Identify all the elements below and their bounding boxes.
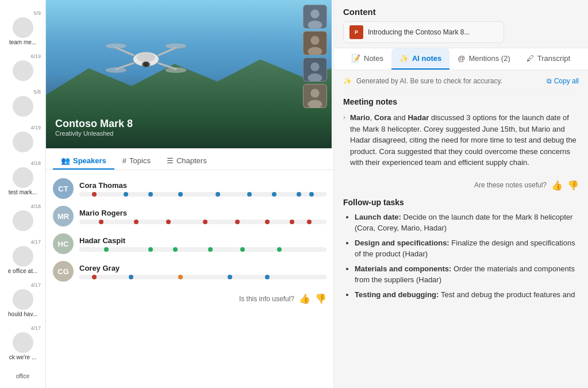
task-label: Materials and components: (355, 264, 454, 273)
speaker-item: HCHadar Caspit (46, 230, 333, 258)
sidebar-item-dot (13, 60, 33, 81)
avatar-2 (303, 31, 327, 55)
sidebar-item-3[interactable]: 4/19 (0, 121, 45, 156)
timeline-dot (277, 247, 282, 252)
video-main-title: Contoso Mark 8 (55, 118, 133, 130)
svg-line-3 (159, 48, 176, 55)
timeline-dot (104, 247, 109, 252)
svg-point-19 (310, 63, 319, 71)
notes-tab-icon: 📝 (351, 54, 360, 63)
avatar-stack (303, 5, 327, 108)
content-header: Content P Introducing the Contoso Mark 8… (334, 0, 588, 48)
followup-title: Follow-up tasks (343, 198, 579, 207)
task-label: Testing and debugging: (355, 290, 441, 299)
followup-task: Materials and components: Order the mate… (355, 263, 579, 286)
ai-disclaimer-icon: ✨ (343, 77, 352, 85)
sidebar-item-label: e office at... (8, 268, 38, 274)
sidebar-item-label: hould hav... (8, 311, 37, 317)
speaker-avatar: HC (53, 233, 74, 254)
sidebar-item-6[interactable]: 4/17e office at... (0, 236, 45, 278)
timeline-dot (173, 247, 178, 252)
tab-ai-notes[interactable]: ✨ AI notes (391, 48, 449, 70)
tab-mentions[interactable]: @ Mentions (2) (449, 48, 518, 70)
svg-point-22 (310, 89, 319, 98)
feedback-label: Is this info useful? (239, 295, 294, 303)
svg-point-11 (144, 62, 148, 67)
sidebar-item-8[interactable]: 4/17ck we're ... (0, 322, 45, 364)
content-title: Content (343, 7, 579, 17)
tab-notes[interactable]: 📝 Notes (343, 48, 391, 70)
file-name: Introducing the Contoso Mark 8... (368, 28, 470, 36)
note-text: Mario, Cora and Hadar discussed 3 option… (350, 112, 579, 168)
sidebar-item-date: 5/9 (33, 10, 43, 16)
timeline-dot (178, 275, 183, 279)
sidebar-item-1[interactable]: 6/19 (0, 50, 45, 84)
timeline-dot (309, 192, 314, 197)
notes-thumbup-button[interactable]: 👍 (551, 180, 563, 191)
sidebar-item-dot (13, 210, 33, 231)
followup-task: Testing and debugging: Test and debug th… (355, 289, 579, 301)
content-file[interactable]: P Introducing the Contoso Mark 8... (343, 21, 504, 43)
speaker-info: Cora Thomas (79, 181, 326, 197)
tab-speakers[interactable]: 👥 Speakers (53, 153, 114, 170)
speaker-name: Cora Thomas (79, 181, 326, 190)
left-panel: Contoso Mark 8 Creativity Unleashed (46, 0, 333, 388)
tab-topics[interactable]: # Topics (114, 153, 159, 170)
transcript-icon: 🖊 (526, 54, 534, 63)
timeline-dot (265, 220, 270, 224)
sidebar-item-0[interactable]: 5/9team me... (0, 7, 45, 49)
avatar-1 (303, 5, 327, 29)
notes-content: ✨ Generated by AI. Be sure to check for … (334, 70, 588, 388)
thumbup-button[interactable]: 👍 (299, 293, 310, 304)
thumbdown-button[interactable]: 👎 (315, 293, 326, 304)
ai-disclaimer-row: ✨ Generated by AI. Be sure to check for … (343, 77, 579, 90)
svg-point-8 (106, 68, 126, 72)
mentions-icon: @ (458, 54, 465, 63)
sidebar-item-dot (13, 289, 33, 310)
notes-thumbdown-button[interactable]: 👎 (567, 180, 579, 191)
timeline-dot (240, 247, 245, 252)
svg-point-7 (166, 44, 186, 48)
tab-transcript[interactable]: 🖊 Transcript (518, 48, 578, 70)
speaker-info: Hadar Caspit (79, 236, 326, 252)
sidebar-item-dot (13, 17, 33, 38)
svg-point-13 (310, 10, 319, 18)
main-tabs: 📝 Notes ✨ AI notes @ Mentions (2) 🖊 Tran… (334, 48, 588, 70)
drone-icon (100, 33, 192, 85)
notes-feedback-label: Are these notes useful? (474, 181, 547, 189)
task-label: Design and specifications: (355, 239, 451, 247)
sidebar-bottom-label: office (0, 368, 45, 384)
ai-notes-icon: ✨ (399, 54, 409, 63)
followup-task: Design and specifications: Finalize the … (355, 237, 579, 260)
timeline-dot (148, 247, 153, 252)
speaker-item: CGCorey Gray (46, 258, 333, 285)
sidebar-item-dot (13, 332, 33, 353)
timeline-dot (290, 220, 294, 224)
sidebar-entries: 5/9team me...6/195/84/194/18test mark...… (0, 5, 45, 366)
sidebar-item-date: 4/19 (30, 125, 43, 130)
sidebar-item-date: 4/17 (30, 282, 43, 288)
tab-chapters[interactable]: ☰ Chapters (159, 153, 215, 170)
sidebar-item-5[interactable]: 4/18 (0, 200, 45, 235)
sidebar-item-date: 4/17 (30, 239, 43, 245)
task-label: Launch date: (355, 213, 403, 221)
speaker-item: CTCora Thomas (46, 175, 333, 202)
svg-point-9 (166, 68, 186, 72)
sidebar-item-label: test mark... (9, 189, 37, 195)
copy-all-button[interactable]: ⧉ Copy all (547, 77, 579, 85)
speaker-avatar: MR (53, 206, 74, 226)
sidebar-item-4[interactable]: 4/18test mark... (0, 157, 45, 199)
timeline-dot (297, 192, 301, 197)
timeline-dot (92, 275, 97, 279)
timeline-dot (92, 192, 97, 197)
timeline-dot (99, 220, 103, 224)
speaker-info: Corey Gray (79, 264, 326, 279)
speaker-timeline (79, 275, 326, 279)
sidebar-item-7[interactable]: 4/17hould hav... (0, 279, 45, 321)
speaker-avatar: CG (53, 261, 74, 282)
video-container: Contoso Mark 8 Creativity Unleashed (46, 0, 332, 148)
sidebar-item-2[interactable]: 5/8 (0, 86, 45, 120)
topics-icon: # (122, 156, 126, 165)
speakers-feedback-row: Is this info useful? 👍 👎 (46, 290, 333, 308)
speaker-name: Hadar Caspit (79, 236, 326, 245)
